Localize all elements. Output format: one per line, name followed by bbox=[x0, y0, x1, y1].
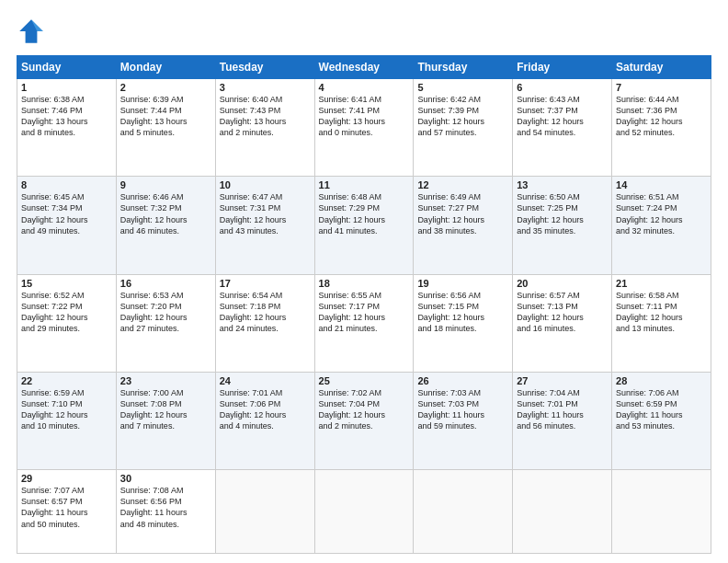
header bbox=[17, 17, 711, 46]
calendar-cell bbox=[414, 470, 513, 554]
calendar-cell: 2Sunrise: 6:39 AM Sunset: 7:44 PM Daylig… bbox=[116, 79, 215, 177]
weekday-header-friday: Friday bbox=[513, 56, 612, 79]
calendar-week-row: 15Sunrise: 6:52 AM Sunset: 7:22 PM Dayli… bbox=[17, 274, 711, 372]
day-info: Sunrise: 6:57 AM Sunset: 7:13 PM Dayligh… bbox=[517, 290, 608, 335]
calendar-cell: 1Sunrise: 6:38 AM Sunset: 7:46 PM Daylig… bbox=[17, 79, 117, 177]
calendar-cell bbox=[215, 470, 314, 554]
day-number: 21 bbox=[616, 278, 707, 289]
weekday-header-tuesday: Tuesday bbox=[215, 56, 314, 79]
weekday-header-wednesday: Wednesday bbox=[314, 56, 414, 79]
weekday-header-monday: Monday bbox=[116, 56, 215, 79]
day-number: 28 bbox=[616, 375, 707, 386]
day-number: 11 bbox=[319, 179, 410, 190]
calendar-cell: 20Sunrise: 6:57 AM Sunset: 7:13 PM Dayli… bbox=[513, 274, 612, 372]
calendar-week-row: 8Sunrise: 6:45 AM Sunset: 7:34 PM Daylig… bbox=[17, 177, 711, 274]
day-info: Sunrise: 6:46 AM Sunset: 7:32 PM Dayligh… bbox=[120, 191, 211, 236]
calendar-cell: 16Sunrise: 6:53 AM Sunset: 7:20 PM Dayli… bbox=[116, 274, 215, 372]
calendar-cell: 4Sunrise: 6:41 AM Sunset: 7:41 PM Daylig… bbox=[314, 79, 414, 177]
day-info: Sunrise: 7:02 AM Sunset: 7:04 PM Dayligh… bbox=[319, 387, 410, 432]
day-info: Sunrise: 6:49 AM Sunset: 7:27 PM Dayligh… bbox=[417, 191, 508, 236]
day-info: Sunrise: 6:44 AM Sunset: 7:36 PM Dayligh… bbox=[616, 94, 707, 139]
calendar-cell: 15Sunrise: 6:52 AM Sunset: 7:22 PM Dayli… bbox=[17, 274, 117, 372]
day-number: 5 bbox=[417, 82, 508, 93]
day-number: 14 bbox=[616, 179, 707, 190]
day-info: Sunrise: 7:01 AM Sunset: 7:06 PM Dayligh… bbox=[220, 387, 311, 432]
day-info: Sunrise: 6:58 AM Sunset: 7:11 PM Dayligh… bbox=[616, 290, 707, 335]
calendar-cell: 22Sunrise: 6:59 AM Sunset: 7:10 PM Dayli… bbox=[17, 372, 117, 469]
calendar-cell: 13Sunrise: 6:50 AM Sunset: 7:25 PM Dayli… bbox=[513, 177, 612, 274]
day-number: 30 bbox=[120, 473, 211, 484]
calendar-cell: 6Sunrise: 6:43 AM Sunset: 7:37 PM Daylig… bbox=[513, 79, 612, 177]
day-info: Sunrise: 6:42 AM Sunset: 7:39 PM Dayligh… bbox=[417, 94, 508, 139]
calendar-cell: 30Sunrise: 7:08 AM Sunset: 6:56 PM Dayli… bbox=[116, 470, 215, 554]
calendar-cell: 29Sunrise: 7:07 AM Sunset: 6:57 PM Dayli… bbox=[17, 470, 117, 554]
calendar-cell bbox=[314, 470, 414, 554]
calendar-table: SundayMondayTuesdayWednesdayThursdayFrid… bbox=[17, 55, 711, 554]
day-info: Sunrise: 6:38 AM Sunset: 7:46 PM Dayligh… bbox=[21, 94, 112, 139]
day-number: 4 bbox=[319, 82, 410, 93]
day-number: 9 bbox=[120, 179, 211, 190]
day-number: 7 bbox=[616, 82, 707, 93]
calendar-cell: 24Sunrise: 7:01 AM Sunset: 7:06 PM Dayli… bbox=[215, 372, 314, 469]
day-info: Sunrise: 6:43 AM Sunset: 7:37 PM Dayligh… bbox=[517, 94, 608, 139]
day-info: Sunrise: 7:04 AM Sunset: 7:01 PM Dayligh… bbox=[517, 387, 608, 432]
day-number: 25 bbox=[319, 375, 410, 386]
calendar-cell: 3Sunrise: 6:40 AM Sunset: 7:43 PM Daylig… bbox=[215, 79, 314, 177]
weekday-header-thursday: Thursday bbox=[414, 56, 513, 79]
calendar-cell: 19Sunrise: 6:56 AM Sunset: 7:15 PM Dayli… bbox=[414, 274, 513, 372]
day-info: Sunrise: 6:50 AM Sunset: 7:25 PM Dayligh… bbox=[517, 191, 608, 236]
day-number: 13 bbox=[517, 179, 608, 190]
calendar-cell: 25Sunrise: 7:02 AM Sunset: 7:04 PM Dayli… bbox=[314, 372, 414, 469]
calendar-cell: 5Sunrise: 6:42 AM Sunset: 7:39 PM Daylig… bbox=[414, 79, 513, 177]
calendar-cell: 8Sunrise: 6:45 AM Sunset: 7:34 PM Daylig… bbox=[17, 177, 117, 274]
calendar-cell bbox=[513, 470, 612, 554]
weekday-header-row: SundayMondayTuesdayWednesdayThursdayFrid… bbox=[17, 56, 711, 79]
day-number: 16 bbox=[120, 278, 211, 289]
day-number: 10 bbox=[220, 179, 311, 190]
day-info: Sunrise: 7:07 AM Sunset: 6:57 PM Dayligh… bbox=[21, 485, 112, 530]
day-info: Sunrise: 6:47 AM Sunset: 7:31 PM Dayligh… bbox=[220, 191, 311, 236]
day-info: Sunrise: 6:52 AM Sunset: 7:22 PM Dayligh… bbox=[21, 290, 112, 335]
day-number: 19 bbox=[417, 278, 508, 289]
day-info: Sunrise: 6:51 AM Sunset: 7:24 PM Dayligh… bbox=[616, 191, 707, 236]
calendar-cell: 21Sunrise: 6:58 AM Sunset: 7:11 PM Dayli… bbox=[612, 274, 711, 372]
logo-icon bbox=[17, 17, 46, 46]
day-info: Sunrise: 6:39 AM Sunset: 7:44 PM Dayligh… bbox=[120, 94, 211, 139]
day-number: 27 bbox=[517, 375, 608, 386]
calendar-cell: 12Sunrise: 6:49 AM Sunset: 7:27 PM Dayli… bbox=[414, 177, 513, 274]
logo bbox=[17, 17, 50, 46]
calendar-week-row: 1Sunrise: 6:38 AM Sunset: 7:46 PM Daylig… bbox=[17, 79, 711, 177]
day-info: Sunrise: 6:40 AM Sunset: 7:43 PM Dayligh… bbox=[220, 94, 311, 139]
day-info: Sunrise: 6:48 AM Sunset: 7:29 PM Dayligh… bbox=[319, 191, 410, 236]
day-number: 18 bbox=[319, 278, 410, 289]
day-info: Sunrise: 6:41 AM Sunset: 7:41 PM Dayligh… bbox=[319, 94, 410, 139]
day-info: Sunrise: 7:00 AM Sunset: 7:08 PM Dayligh… bbox=[120, 387, 211, 432]
day-number: 6 bbox=[517, 82, 608, 93]
calendar-cell: 10Sunrise: 6:47 AM Sunset: 7:31 PM Dayli… bbox=[215, 177, 314, 274]
weekday-header-saturday: Saturday bbox=[612, 56, 711, 79]
calendar-cell: 11Sunrise: 6:48 AM Sunset: 7:29 PM Dayli… bbox=[314, 177, 414, 274]
day-info: Sunrise: 6:56 AM Sunset: 7:15 PM Dayligh… bbox=[417, 290, 508, 335]
day-number: 8 bbox=[21, 179, 112, 190]
day-info: Sunrise: 6:53 AM Sunset: 7:20 PM Dayligh… bbox=[120, 290, 211, 335]
calendar-cell: 26Sunrise: 7:03 AM Sunset: 7:03 PM Dayli… bbox=[414, 372, 513, 469]
day-number: 15 bbox=[21, 278, 112, 289]
calendar-body: 1Sunrise: 6:38 AM Sunset: 7:46 PM Daylig… bbox=[17, 79, 711, 554]
day-number: 2 bbox=[120, 82, 211, 93]
calendar-cell: 9Sunrise: 6:46 AM Sunset: 7:32 PM Daylig… bbox=[116, 177, 215, 274]
day-number: 1 bbox=[21, 82, 112, 93]
day-number: 26 bbox=[417, 375, 508, 386]
calendar-cell: 27Sunrise: 7:04 AM Sunset: 7:01 PM Dayli… bbox=[513, 372, 612, 469]
day-number: 12 bbox=[417, 179, 508, 190]
calendar-cell bbox=[612, 470, 711, 554]
day-info: Sunrise: 6:55 AM Sunset: 7:17 PM Dayligh… bbox=[319, 290, 410, 335]
day-info: Sunrise: 7:03 AM Sunset: 7:03 PM Dayligh… bbox=[417, 387, 508, 432]
weekday-header-sunday: Sunday bbox=[17, 56, 117, 79]
day-info: Sunrise: 6:59 AM Sunset: 7:10 PM Dayligh… bbox=[21, 387, 112, 432]
calendar-cell: 23Sunrise: 7:00 AM Sunset: 7:08 PM Dayli… bbox=[116, 372, 215, 469]
calendar-page: SundayMondayTuesdayWednesdayThursdayFrid… bbox=[0, 0, 728, 563]
day-info: Sunrise: 7:06 AM Sunset: 6:59 PM Dayligh… bbox=[616, 387, 707, 432]
day-info: Sunrise: 6:45 AM Sunset: 7:34 PM Dayligh… bbox=[21, 191, 112, 236]
day-info: Sunrise: 6:54 AM Sunset: 7:18 PM Dayligh… bbox=[220, 290, 311, 335]
calendar-week-row: 29Sunrise: 7:07 AM Sunset: 6:57 PM Dayli… bbox=[17, 470, 711, 554]
